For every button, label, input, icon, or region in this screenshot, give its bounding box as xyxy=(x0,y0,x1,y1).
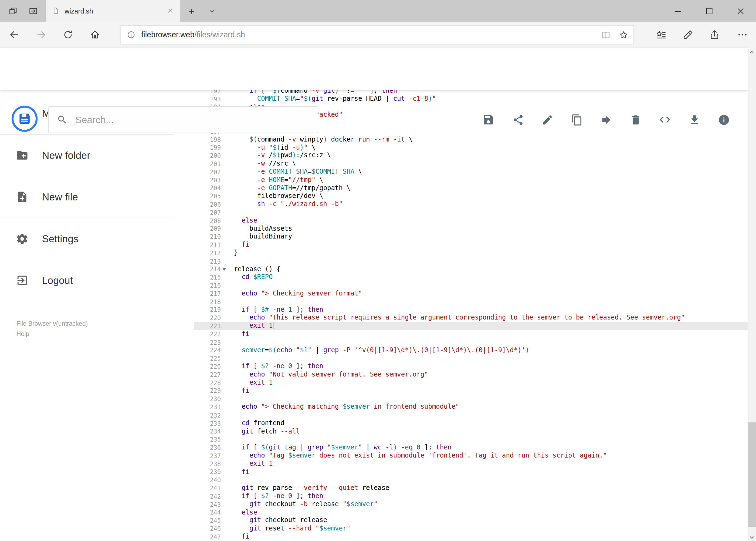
tab-preview-button[interactable] xyxy=(24,2,42,20)
code-line[interactable]: 242 if [ $? -ne 0 ]; then xyxy=(194,492,748,500)
favorite-star-icon[interactable] xyxy=(619,30,629,40)
code-line[interactable]: 210 buildBinary xyxy=(194,233,748,241)
delete-button[interactable] xyxy=(629,114,641,126)
code-line[interactable]: 221 exit 1 xyxy=(194,322,748,330)
scroll-down-button[interactable] xyxy=(748,533,756,541)
reading-view-icon[interactable] xyxy=(601,30,611,40)
copy-button[interactable] xyxy=(570,114,583,126)
code-line[interactable]: 224 semver=$(echo "$1" | grep -P '^v(0|[… xyxy=(194,346,748,354)
code-line[interactable]: 216 xyxy=(194,281,748,289)
code-line[interactable]: 205 filebrowser/dev \ xyxy=(194,192,748,201)
download-button[interactable] xyxy=(688,114,700,126)
code-line[interactable]: 225 xyxy=(194,354,748,362)
code-line[interactable]: 215 cd $REPO xyxy=(194,273,748,281)
code-line[interactable]: 238 exit 1 xyxy=(194,460,748,468)
code-line[interactable]: 235 xyxy=(194,435,748,443)
browser-tab[interactable]: wizard.sh xyxy=(46,0,180,22)
code-line[interactable]: 229 fi xyxy=(194,387,748,395)
site-info-icon[interactable] xyxy=(127,31,135,39)
share-button[interactable] xyxy=(705,25,724,44)
home-button[interactable] xyxy=(85,25,105,44)
code-line[interactable]: 219 if [ $# -ne 1 ]; then xyxy=(194,306,748,314)
code-line[interactable]: 234 git fetch --all xyxy=(194,427,748,435)
search-box[interactable] xyxy=(48,106,318,133)
tabs-aside-button[interactable] xyxy=(4,2,22,20)
code-line[interactable]: 218 xyxy=(194,297,748,306)
new-tab-button[interactable] xyxy=(182,2,200,20)
code-line[interactable]: 222 fi xyxy=(194,330,748,338)
tab-dropdown-button[interactable] xyxy=(202,2,221,20)
code-line[interactable]: 192 if [ "$(command -v git)" != "" ]; th… xyxy=(194,90,748,95)
sidebar-item-new-file[interactable]: New file xyxy=(0,176,173,218)
code-line[interactable]: 243 git checkout -b release "$semver" xyxy=(194,500,748,509)
code-line[interactable]: 203 -e HOME="//tmp" \ xyxy=(194,176,748,184)
fold-arrow-icon[interactable] xyxy=(222,268,226,271)
code-line[interactable]: 236 if [ $(git tag | grep "$semver" | wc… xyxy=(194,443,748,452)
code-line[interactable]: 217 echo "> Checking semver format" xyxy=(194,289,748,297)
code-line[interactable]: 237 echo "Tag $semver does not exist in … xyxy=(194,452,748,460)
info-icon xyxy=(718,114,730,126)
close-window-button[interactable] xyxy=(725,0,756,22)
code-line[interactable]: 202 -e COMMIT_SHA=$COMMIT_SHA \ xyxy=(194,168,748,176)
info-button[interactable] xyxy=(717,114,730,126)
save-icon xyxy=(482,114,494,126)
code-line[interactable]: 214release () { xyxy=(194,265,748,273)
back-button[interactable] xyxy=(4,25,24,44)
scroll-up-button[interactable] xyxy=(748,48,756,56)
sidebar-item-settings[interactable]: Settings xyxy=(0,218,173,260)
minimize-button[interactable] xyxy=(662,0,693,22)
code-line[interactable]: 241 git rev-parse --verify --quiet relea… xyxy=(194,484,748,492)
code-line[interactable]: 207 xyxy=(194,209,748,217)
code-line[interactable]: 230 xyxy=(194,395,748,403)
forward-button[interactable] xyxy=(32,25,51,44)
web-note-button[interactable] xyxy=(678,25,697,44)
share-file-button[interactable] xyxy=(511,114,524,126)
code-line[interactable]: 208 else xyxy=(194,217,748,225)
code-line[interactable]: 193 COMMIT_SHA="$(git rev-parse HEAD | c… xyxy=(194,95,748,103)
code-line[interactable]: 232 xyxy=(194,411,748,419)
raw-code-button[interactable] xyxy=(658,114,671,126)
code-line[interactable]: 226 if [ $? -ne 0 ]; then xyxy=(194,362,748,370)
maximize-button[interactable] xyxy=(693,0,725,22)
code-line[interactable]: 204 -e GOPATH=//tmp/gopath \ xyxy=(194,184,748,192)
logout-icon xyxy=(16,274,28,286)
code-line[interactable]: 213 xyxy=(194,257,748,265)
sidebar-item-new-folder[interactable]: New folder xyxy=(0,135,173,176)
code-line[interactable]: 247 fi xyxy=(194,533,748,541)
rename-button[interactable] xyxy=(541,114,553,126)
hub-favorites-button[interactable] xyxy=(651,25,670,44)
code-line[interactable]: 233 cd frontend xyxy=(194,419,748,427)
close-tab-icon[interactable] xyxy=(167,7,174,15)
code-line[interactable]: 200 -v /$(pwd):/src:z \ xyxy=(194,152,748,160)
save-button[interactable] xyxy=(482,114,494,126)
code-line[interactable]: 231 echo "> Checking matching $semver in… xyxy=(194,403,748,411)
code-line[interactable]: 239 fi xyxy=(194,468,748,476)
refresh-button[interactable] xyxy=(58,25,78,44)
address-bar[interactable]: filebrowser.web/files/wizard.sh xyxy=(121,25,634,44)
more-button[interactable] xyxy=(733,25,752,44)
sidebar-item-logout[interactable]: Logout xyxy=(0,260,173,301)
code-line[interactable]: 211 fi xyxy=(194,241,748,249)
code-editor[interactable]: 192 if [ "$(command -v git)" != "" ]; th… xyxy=(194,90,748,541)
code-line[interactable]: 228 exit 1 xyxy=(194,379,748,387)
page-scrollbar[interactable] xyxy=(748,48,756,541)
help-link[interactable]: Help xyxy=(16,329,173,339)
code-line[interactable]: 223 xyxy=(194,338,748,346)
code-text: $(command -v winpty) docker run --rm -it… xyxy=(234,136,413,144)
code-line[interactable]: 245 git checkout release xyxy=(194,517,748,525)
code-line[interactable]: 201 -w //src \ xyxy=(194,160,748,168)
code-line[interactable]: 246 git reset --hard "$semver" xyxy=(194,525,748,533)
code-line[interactable]: 209 buildAssets xyxy=(194,225,748,233)
code-line[interactable]: 227 echo "Not valid semver format. See s… xyxy=(194,370,748,379)
code-line[interactable]: 240 xyxy=(194,476,748,484)
code-line[interactable]: 212} xyxy=(194,249,748,257)
line-number: 229 xyxy=(194,387,221,395)
code-line[interactable]: 206 sh -c "./wizard.sh -b" xyxy=(194,201,748,209)
code-line[interactable]: 198 $(command -v winpty) docker run --rm… xyxy=(194,136,748,144)
code-line[interactable]: 199 -u "$(id -u)" \ xyxy=(194,144,748,152)
move-button[interactable] xyxy=(600,114,612,126)
code-line[interactable]: 244 else xyxy=(194,509,748,517)
search-input[interactable] xyxy=(74,114,318,126)
code-line[interactable]: 220 echo "This release script requires a… xyxy=(194,314,748,322)
scrollbar-thumb[interactable] xyxy=(748,422,756,527)
